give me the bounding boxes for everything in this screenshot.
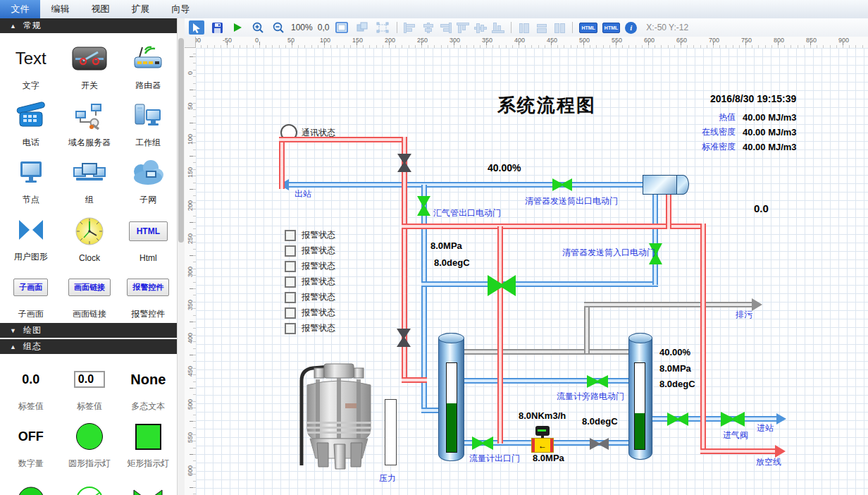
palette-item-digital[interactable]: OFF 数字量: [1, 415, 60, 472]
vent-label[interactable]: 放空线: [756, 456, 781, 468]
html-preview-button[interactable]: HTML: [602, 23, 620, 33]
right-tank-level-gauge[interactable]: [634, 362, 645, 450]
palette-item-multistate-text[interactable]: None 多态文本: [119, 358, 178, 415]
pointer-tool-button[interactable]: [189, 20, 204, 35]
palette-item-dns[interactable]: 域名服务器: [60, 94, 118, 152]
palette-item-router[interactable]: 路由器: [119, 37, 178, 94]
align-top-button[interactable]: [457, 23, 469, 33]
align-middle-button[interactable]: [474, 23, 487, 33]
tank-inlet-valve[interactable]: [667, 412, 688, 426]
blue-pipe-cross-header[interactable]: [421, 281, 658, 287]
zero-value[interactable]: 0.0: [754, 202, 769, 214]
palette-item-html[interactable]: HTML Html: [119, 209, 178, 266]
gray-pipe-tank-link[interactable]: [459, 349, 631, 355]
tank-temp-value[interactable]: 8.0degC: [659, 379, 695, 389]
palette-item-tagvalue[interactable]: 0.0 标签值: [1, 358, 60, 415]
mid-temp-value[interactable]: 8.0degC: [434, 257, 470, 268]
align-right-button[interactable]: [439, 23, 452, 33]
zoom-out-button[interactable]: [271, 20, 286, 35]
menu-file[interactable]: 文件: [0, 0, 40, 18]
scrollbar-thumb[interactable]: [178, 38, 184, 243]
palette-item-subscreen[interactable]: 子画面 子画面: [1, 266, 60, 323]
outbound-label[interactable]: 出站: [294, 188, 311, 200]
tank-percent-value[interactable]: 40.00%: [659, 347, 690, 358]
red-pipe-main-header[interactable]: [402, 224, 706, 229]
flow-meter[interactable]: ←: [531, 438, 554, 453]
meter-temp-value[interactable]: 8.0degC: [582, 416, 618, 427]
alarm-checkbox[interactable]: [285, 245, 296, 257]
meter-bypass-valve[interactable]: [587, 375, 608, 388]
zoom-in-button[interactable]: [250, 20, 266, 35]
drain-label[interactable]: 排污: [736, 309, 752, 321]
palette-item-phone[interactable]: 电话: [1, 94, 60, 152]
alarm-checkbox[interactable]: [285, 276, 296, 288]
same-size-button[interactable]: [553, 23, 566, 33]
palette-item-pump[interactable]: [60, 472, 118, 495]
alarm-checkbox[interactable]: [285, 307, 296, 319]
alarm-status-row[interactable]: 报警状态: [285, 276, 335, 288]
palette-item-round-light[interactable]: 圆形指示灯: [60, 415, 118, 472]
left-tank-level-gauge[interactable]: [446, 362, 457, 453]
design-canvas[interactable]: 系统流程图 2016/8/30 19:15:39 热值 40.00 MJ/m3 …: [196, 48, 868, 495]
section-header-drawing[interactable]: ▼ 绘图: [0, 323, 185, 338]
red-pipe-bottom-elbow[interactable]: [402, 377, 427, 383]
alarm-checkbox[interactable]: [285, 292, 296, 303]
inbound-label[interactable]: 进站: [757, 422, 774, 434]
palette-item-workgroup[interactable]: 工作组: [119, 94, 178, 152]
same-width-button[interactable]: [518, 23, 531, 33]
red-pipe-vent-riser[interactable]: [700, 224, 706, 453]
header-valve-label[interactable]: 汇气管出口电动门: [433, 207, 501, 219]
palette-item-valve[interactable]: [119, 472, 178, 495]
red-pipe-u-top[interactable]: [279, 137, 407, 142]
palette-item-sector[interactable]: [1, 472, 60, 495]
palette-item-subnet[interactable]: 子网: [119, 152, 178, 209]
palette-item-user-graphic[interactable]: 用户图形: [1, 209, 60, 266]
run-button[interactable]: [230, 20, 245, 35]
pig-inlet-label[interactable]: 清管器发送筒入口电动门: [562, 247, 655, 259]
gray-pipe-riser[interactable]: [584, 304, 590, 353]
inbound-arrow[interactable]: [776, 413, 786, 424]
blue-pipe-receiver-drop[interactable]: [652, 192, 658, 285]
pig-launcher-outlet-valve[interactable]: [552, 178, 572, 191]
pressure-bar-label[interactable]: 压力: [379, 472, 396, 484]
top-percent-value[interactable]: 40.00%: [488, 162, 521, 173]
palette-item-rect-light[interactable]: 矩形指示灯: [119, 415, 178, 472]
alarm-status-row[interactable]: 报警状态: [285, 245, 335, 257]
alarm-status-row[interactable]: 报警状态: [285, 291, 335, 303]
canvas-properties-button[interactable]: [334, 20, 349, 35]
red-pipe-meter-drop[interactable]: [497, 226, 503, 444]
pressure-bar-gauge[interactable]: [385, 399, 397, 465]
align-center-button[interactable]: [421, 23, 434, 33]
gray-pipe-drain[interactable]: [584, 302, 753, 307]
palette-item-screenlink[interactable]: 画面链接 画面链接: [60, 266, 118, 323]
dark-valve-lower[interactable]: [397, 329, 411, 347]
mid-pressure-value[interactable]: 8.0MPa: [430, 240, 462, 251]
menu-view[interactable]: 视图: [80, 0, 120, 18]
alarm-checkbox[interactable]: [285, 323, 296, 334]
flow-sensor-head[interactable]: [535, 426, 550, 436]
alarm-status-row[interactable]: 报警状态: [285, 229, 335, 241]
palette-item-tagvalue-boxed[interactable]: 0.0 标签值: [60, 358, 118, 415]
pig-outlet-label[interactable]: 清管器发送筒出口电动门: [525, 195, 618, 207]
palette-item-alarmwidget[interactable]: 报警控件 报警控件: [119, 266, 178, 323]
red-pipe-u-left[interactable]: [279, 137, 285, 189]
ungroup-button[interactable]: [375, 20, 390, 35]
info-button[interactable]: i: [625, 22, 637, 34]
section-header-general[interactable]: ▲ 常规: [0, 18, 185, 33]
diagram-title[interactable]: 系统流程图: [497, 93, 596, 118]
meter-pressure-value[interactable]: 8.0MPa: [533, 453, 564, 463]
alarm-checkbox[interactable]: [285, 230, 296, 241]
alarm-status-row[interactable]: 报警状态: [285, 322, 335, 334]
station-inlet-valve[interactable]: [721, 412, 745, 427]
info-row[interactable]: 标准密度 40.00 MJ/m3: [682, 141, 797, 153]
palette-item-text[interactable]: Text 文字: [1, 37, 60, 94]
same-height-button[interactable]: [535, 23, 548, 33]
meter-outlet-label[interactable]: 流量计出口门: [469, 453, 520, 465]
section-header-config[interactable]: ▲ 组态: [0, 339, 185, 354]
palette-item-group[interactable]: 组: [60, 152, 118, 209]
drain-arrow[interactable]: [752, 298, 762, 311]
group-button[interactable]: [354, 20, 370, 35]
datetime-display[interactable]: 2016/8/30 19:15:39: [710, 93, 796, 104]
palette-item-switch[interactable]: 开关: [60, 37, 118, 94]
pig-receiver-vessel[interactable]: [643, 175, 683, 195]
